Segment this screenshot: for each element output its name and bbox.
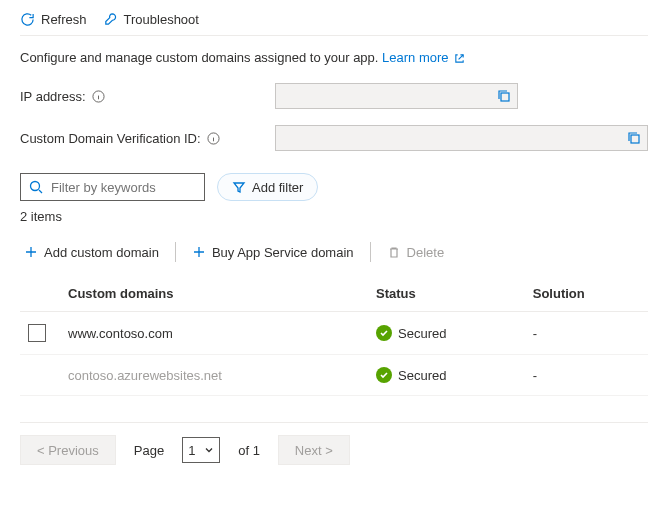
add-custom-domain-label: Add custom domain [44,245,159,260]
wrench-icon [103,12,118,27]
buy-app-service-domain-label: Buy App Service domain [212,245,354,260]
info-icon[interactable] [92,90,105,103]
filter-search-box[interactable] [20,173,205,201]
solution-cell: - [525,312,648,355]
col-header-solution[interactable]: Solution [525,276,648,312]
divider [370,242,371,262]
delete-label: Delete [407,245,445,260]
svg-rect-3 [631,135,639,143]
domain-cell: www.contoso.com [60,312,368,355]
top-toolbar: Refresh Troubleshoot [20,12,648,36]
learn-more-label: Learn more [382,50,448,65]
verification-id-label: Custom Domain Verification ID: [20,131,275,146]
refresh-label: Refresh [41,12,87,27]
row-checkbox[interactable] [28,324,46,342]
add-filter-button[interactable]: Add filter [217,173,318,201]
plus-icon [24,245,38,259]
item-count: 2 items [20,209,648,224]
status-label: Secured [398,368,446,383]
ip-address-label-text: IP address: [20,89,86,104]
verification-id-field[interactable] [275,125,648,151]
pagination: < Previous Page 1 of 1 Next > [20,422,648,465]
verification-id-label-text: Custom Domain Verification ID: [20,131,201,146]
svg-point-4 [31,182,40,191]
col-header-domain[interactable]: Custom domains [60,276,368,312]
refresh-button[interactable]: Refresh [20,12,87,27]
table-row[interactable]: contoso.azurewebsites.net Secured - [20,355,648,396]
domains-table: Custom domains Status Solution www.conto… [20,276,648,396]
copy-icon[interactable] [497,89,511,103]
delete-button: Delete [383,243,449,262]
page-value: 1 [188,443,195,458]
col-header-status[interactable]: Status [368,276,525,312]
troubleshoot-label: Troubleshoot [124,12,199,27]
divider [175,242,176,262]
ip-address-field[interactable] [275,83,518,109]
buy-app-service-domain-button[interactable]: Buy App Service domain [188,243,358,262]
status-label: Secured [398,326,446,341]
domain-cell: contoso.azurewebsites.net [60,355,368,396]
table-row[interactable]: www.contoso.com Secured - [20,312,648,355]
page-label: Page [134,443,164,458]
description-text: Configure and manage custom domains assi… [20,50,648,65]
next-page-button: Next > [278,435,350,465]
info-icon[interactable] [207,132,220,145]
learn-more-link[interactable]: Learn more [382,50,465,65]
trash-icon [387,245,401,259]
add-filter-label: Add filter [252,180,303,195]
plus-icon [192,245,206,259]
filter-row: Add filter [20,173,648,201]
ip-address-label: IP address: [20,89,275,104]
solution-cell: - [525,355,648,396]
status-success-icon [376,367,392,383]
refresh-icon [20,12,35,27]
filter-input[interactable] [49,179,221,196]
add-custom-domain-button[interactable]: Add custom domain [20,243,163,262]
status-success-icon [376,325,392,341]
page-select[interactable]: 1 [182,437,220,463]
status-cell: Secured [376,367,517,383]
troubleshoot-button[interactable]: Troubleshoot [103,12,199,27]
ip-address-row: IP address: [20,83,648,109]
verification-id-row: Custom Domain Verification ID: [20,125,648,151]
filter-icon [232,180,246,194]
previous-page-button: < Previous [20,435,116,465]
status-cell: Secured [376,325,517,341]
command-bar: Add custom domain Buy App Service domain… [20,242,648,262]
copy-icon[interactable] [627,131,641,145]
svg-rect-1 [501,93,509,101]
search-icon [29,180,43,194]
chevron-down-icon [204,445,214,455]
external-link-icon [454,53,465,64]
page-of-label: of 1 [238,443,260,458]
description-body: Configure and manage custom domains assi… [20,50,378,65]
